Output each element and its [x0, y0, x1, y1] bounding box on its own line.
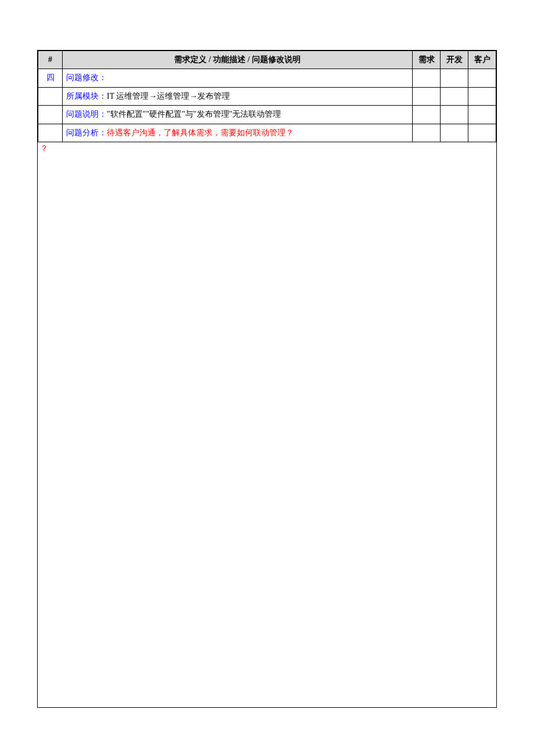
requirements-table: # 需求定义 / 功能描述 / 问题修改说明 需求 开发 客户 四 问题修改：: [38, 51, 496, 142]
cell-req: [413, 69, 441, 87]
header-req: 需求: [413, 51, 441, 69]
cell-num: [38, 87, 63, 105]
cell-desc: 所属模块：IT 运维管理→运维管理→发布管理: [63, 87, 413, 105]
cell-req: [413, 87, 441, 105]
cell-cust: [468, 69, 496, 87]
cell-num: 四: [38, 69, 63, 87]
header-num: #: [38, 51, 63, 69]
cell-desc: 问题修改：: [63, 69, 413, 87]
table-row: 问题说明："软件配置""硬件配置"与"发布管理"无法联动管理: [38, 106, 496, 124]
cell-dev: [441, 87, 468, 105]
cell-cust: [468, 106, 496, 124]
header-dev: 开发: [441, 51, 468, 69]
cell-dev: [441, 124, 468, 142]
table-body: 四 问题修改： 所属模块：IT 运维管理→运维管理→发布管理 问题说明："软件配…: [38, 69, 496, 142]
header-desc: 需求定义 / 功能描述 / 问题修改说明: [63, 51, 413, 69]
cell-cust: [468, 87, 496, 105]
table-row: 所属模块：IT 运维管理→运维管理→发布管理: [38, 87, 496, 105]
cell-cust: [468, 124, 496, 142]
cell-num: [38, 124, 63, 142]
cell-num: [38, 106, 63, 124]
header-cust: 客户: [468, 51, 496, 69]
page-frame: # 需求定义 / 功能描述 / 问题修改说明 需求 开发 客户 四 问题修改：: [37, 50, 497, 708]
cell-desc: 问题分析：待遇客户沟通，了解具体需求，需要如何联动管理？: [63, 124, 413, 142]
cell-req: [413, 106, 441, 124]
table-row: 四 问题修改：: [38, 69, 496, 87]
cell-req: [413, 124, 441, 142]
trailing-mark: ？: [38, 142, 496, 154]
cell-dev: [441, 69, 468, 87]
table-row: 问题分析：待遇客户沟通，了解具体需求，需要如何联动管理？: [38, 124, 496, 142]
cell-dev: [441, 106, 468, 124]
table-header-row: # 需求定义 / 功能描述 / 问题修改说明 需求 开发 客户: [38, 51, 496, 69]
cell-desc: 问题说明："软件配置""硬件配置"与"发布管理"无法联动管理: [63, 106, 413, 124]
